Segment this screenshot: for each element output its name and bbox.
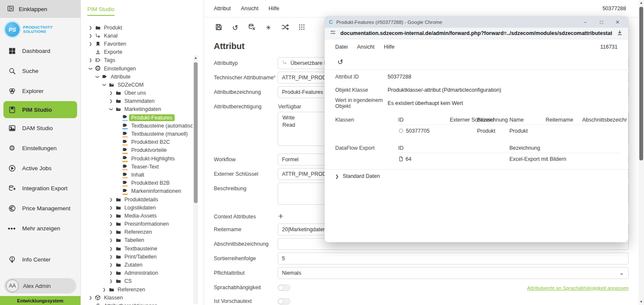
tab-pim-studio[interactable]: PIM Studio (87, 6, 115, 16)
tree-item[interactable]: ❯Referenzen (81, 285, 193, 293)
tree-item[interactable]: ❯Über uns (81, 89, 193, 97)
tree-item[interactable]: ❯SDZeCOM (81, 81, 193, 89)
impact-button[interactable]: ✳ (263, 23, 273, 33)
chevron-right-icon[interactable]: ❯ (108, 271, 114, 275)
sidebar-item-dam-studio[interactable]: DAM Studio (0, 118, 80, 138)
sidebar-item-info-center[interactable]: Info Center (0, 250, 80, 270)
refresh-icon[interactable]: ↺ (335, 57, 345, 67)
grid-button[interactable] (296, 23, 307, 33)
site-settings-icon[interactable] (330, 29, 336, 37)
sidebar-item-pim-studio[interactable]: PIM Studio (3, 101, 77, 118)
chevron-right-icon[interactable]: ❯ (108, 222, 114, 226)
chevron-right-icon[interactable]: ❯ (87, 296, 94, 300)
chevron-right-icon[interactable]: ❯ (108, 263, 114, 267)
page-scrollbar-thumb[interactable] (639, 7, 643, 160)
sidebar-item-explorer[interactable]: Explorer (0, 81, 80, 101)
tree-item[interactable]: Textbausteine (manuell) (81, 130, 193, 138)
tree-item[interactable]: ❯Administration (81, 269, 193, 277)
tree-item[interactable]: Exporte (81, 48, 193, 56)
shuffle-button[interactable] (280, 23, 290, 33)
tree-item[interactable]: Produktvorteile (81, 146, 193, 154)
sidebar-item-active-jobs[interactable]: Active Jobs (0, 158, 80, 178)
tree-item[interactable]: Produkttext B2C (81, 138, 193, 146)
chevron-right-icon[interactable]: ❯ (108, 99, 114, 103)
tree-item[interactable]: ❯Referenzen (81, 228, 193, 236)
dataflow-row[interactable]: 64Excel-Export mit Bildern (325, 155, 628, 165)
tree-item[interactable]: Produkt-Features (81, 113, 193, 122)
save-button[interactable] (213, 23, 224, 33)
popup-menu-datei[interactable]: Datei (335, 44, 348, 50)
popup-titlebar[interactable]: C Produkt-Features (#50377288) - Google … (325, 16, 628, 28)
chevron-down-icon[interactable]: ❯ (95, 73, 100, 80)
tree-item[interactable]: Textbausteine (automatisch) (81, 122, 193, 130)
popup-url-bar[interactable]: documentation.sdzecom-internal.de/admin/… (325, 28, 628, 39)
tree-item[interactable]: ❯CS (81, 277, 193, 285)
user-menu[interactable]: AA Alex Admin (4, 278, 76, 293)
chevron-right-icon[interactable]: ❯ (87, 58, 94, 62)
popup-menu-hilfe[interactable]: Hilfe (384, 44, 394, 50)
ist-vorschautext-toggle[interactable] (278, 298, 290, 305)
sidebar-item-suche[interactable]: Suche (0, 61, 80, 81)
url-text[interactable]: documentation.sdzecom-internal.de/admin/… (340, 30, 612, 36)
chevron-right-icon[interactable]: ❯ (108, 230, 114, 234)
maximize-icon[interactable]: □ (595, 19, 608, 25)
tree-item[interactable]: ❯Zutaten (81, 261, 193, 269)
chevron-right-icon[interactable]: ❯ (108, 279, 114, 283)
menu-hilfe[interactable]: Hilfe (269, 6, 279, 12)
chevron-down-icon[interactable]: ❯ (102, 81, 106, 88)
chevron-right-icon[interactable]: ❯ (108, 214, 114, 218)
collapse-sidebar-button[interactable]: Einklappen (0, 0, 80, 18)
chevron-right-icon[interactable]: ❯ (87, 42, 94, 46)
page-scrollbar[interactable]: ▲ ▼ (638, 0, 644, 305)
scroll-up-icon[interactable]: ▲ (193, 55, 198, 61)
download-icon[interactable] (616, 29, 623, 38)
chevron-right-icon[interactable]: ❯ (87, 26, 94, 30)
tree-item[interactable]: ❯Favoriten (81, 40, 193, 48)
tree-item[interactable]: Attributberechtigungen (81, 302, 193, 305)
tree-item[interactable]: Teaser-Text (81, 163, 193, 171)
chevron-right-icon[interactable]: ❯ (108, 198, 114, 202)
close-icon[interactable]: ✕ (611, 19, 624, 25)
menu-ansicht[interactable]: Ansicht (241, 6, 259, 12)
tree-item[interactable]: ❯Stammdaten (81, 97, 193, 105)
scroll-down-icon[interactable]: ▼ (638, 299, 644, 305)
sortierreihenfolge-input[interactable]: 5 (278, 253, 629, 264)
chevron-right-icon[interactable]: ❯ (108, 255, 114, 259)
sidebar-item-price-management[interactable]: Price Management (0, 198, 80, 218)
tree-item[interactable]: ❯Tabellen (81, 236, 193, 244)
clear-cache-button[interactable] (247, 23, 257, 33)
tree-item[interactable]: Markeninformationen (81, 187, 193, 195)
tree-item[interactable]: ❯Attribute (81, 73, 193, 81)
tree-item[interactable]: ❯Textbausteine (81, 244, 193, 253)
klassen-row[interactable]: 50377705ProduktProdukt (325, 127, 628, 137)
tree-item[interactable]: ❯Produkt (81, 23, 193, 32)
chevron-down-icon[interactable]: ❯ (89, 65, 93, 72)
sidebar-item-einstellungen[interactable]: ⚙Einstellungen (0, 138, 80, 158)
scroll-up-icon[interactable]: ▲ (638, 0, 644, 6)
tree-scrollbar[interactable]: ▲ (193, 55, 198, 304)
tree-item[interactable]: ❯⚙Einstellungen (81, 64, 193, 73)
chevron-down-icon[interactable]: ❯ (109, 106, 113, 113)
minimize-icon[interactable]: – (579, 19, 592, 25)
tree-item[interactable]: ❯Klassen (81, 293, 193, 302)
tree-item[interactable]: Produkt-Highlights (81, 154, 193, 163)
chevron-right-icon[interactable]: ❯ (87, 34, 94, 38)
tree-item[interactable]: ❯Print/Tabellen (81, 253, 193, 261)
chevron-right-icon[interactable]: ❯ (108, 247, 114, 251)
sidebar-item-integration-export[interactable]: Integration Export (0, 178, 80, 198)
chevron-right-icon[interactable]: ❯ (108, 91, 114, 95)
chevron-right-icon[interactable]: ❯ (108, 238, 114, 242)
tree-item[interactable]: ❯Kanal (81, 32, 193, 40)
tree-scrollbar-thumb[interactable] (194, 62, 198, 203)
tree-item[interactable]: ❯Produktdetails (81, 195, 193, 203)
standard-daten-expander[interactable]: ❯ Standard Daten (325, 170, 628, 183)
tree-item[interactable]: ❯Media-Assets (81, 212, 193, 220)
tree-item[interactable]: ❯Preisinformationen (81, 220, 193, 228)
reload-button[interactable]: ↺ (230, 23, 240, 33)
chevron-right-icon[interactable]: ❯ (101, 288, 107, 292)
tree-item[interactable]: Produkttext B2B (81, 179, 193, 187)
menu-attribut[interactable]: Attribut (214, 6, 231, 12)
tree-item[interactable]: ❯Marketingdaten (81, 105, 193, 113)
adjust-language-dependency-link[interactable]: Attributwerte an Sprachabhängigkeit anpa… (527, 285, 629, 291)
chevron-right-icon[interactable]: ❯ (108, 206, 114, 210)
